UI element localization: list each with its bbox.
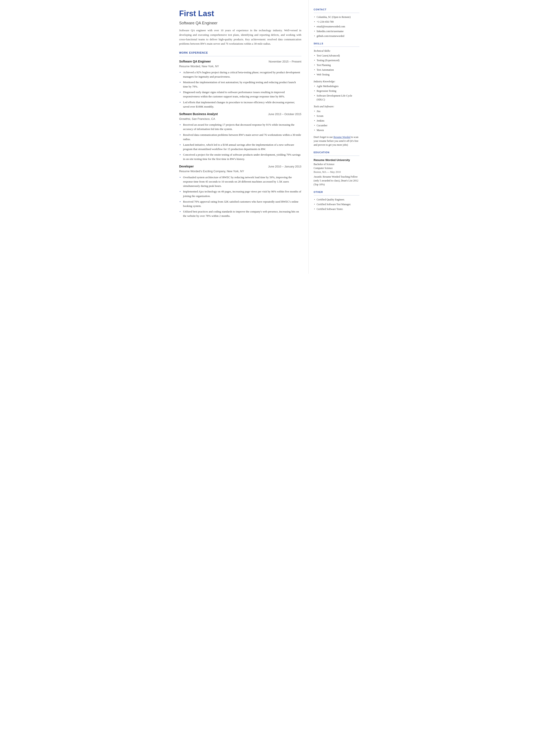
tools-label: Tools and Software: bbox=[314, 104, 359, 108]
contact-github: github.com/resumeworded bbox=[314, 34, 359, 38]
job-1-bullets: Achieved a 92% bugless project during a … bbox=[179, 70, 301, 109]
skill-regression: Regression Testing bbox=[314, 89, 359, 93]
job-3-bullets: Overhauled system architecture of RWEC b… bbox=[179, 175, 301, 218]
job-1-title: Software QA Engineer bbox=[179, 59, 211, 64]
left-column: First Last Software QA Engineer Software… bbox=[171, 0, 309, 274]
work-experience-section: WORK EXPERIENCE Software QA Engineer Nov… bbox=[179, 51, 301, 218]
job-1-header: Software QA Engineer November 2015 – Pre… bbox=[179, 59, 301, 64]
job-1-company: Resume Worded, New York, NY bbox=[179, 64, 301, 69]
edu-degree: Bachelor of Science bbox=[314, 162, 359, 166]
promo-text: Don't forget to use Resume Worded to sca… bbox=[314, 135, 359, 147]
education-divider bbox=[314, 155, 359, 156]
contact-email: email@resumeworded.com bbox=[314, 25, 359, 28]
skills-heading: SKILLS bbox=[314, 42, 359, 45]
job-1-bullet-2: Monitored the implementation of test aut… bbox=[179, 80, 301, 89]
skill-web-testing: Web Testing bbox=[314, 72, 359, 76]
education-section: EDUCATION Resume Worded University Bache… bbox=[314, 151, 359, 186]
edu-school: Resume Worded University bbox=[314, 158, 359, 162]
skill-jenkins: Jenkins bbox=[314, 119, 359, 123]
skill-test-cases: Test Cases(Advanced) bbox=[314, 54, 359, 58]
job-2-bullets: Received an award for completing 17 proj… bbox=[179, 123, 301, 161]
job-2-dates: June 2013 – October 2015 bbox=[268, 112, 301, 116]
job-1-dates: November 2015 – Present bbox=[269, 60, 301, 64]
cert-test-manager: Certified Software Test Manager. bbox=[314, 202, 359, 206]
job-3-bullet-3: Received 70% approval rating from 32K sa… bbox=[179, 200, 301, 208]
skill-testing: Testing (Experienced) bbox=[314, 58, 359, 62]
skill-scrum: Scrum bbox=[314, 114, 359, 118]
skill-agile: Agile Methodologies bbox=[314, 84, 359, 88]
job-1-bullet-3: Diagnosed early danger signs related to … bbox=[179, 90, 301, 99]
contact-list: Columbia, SC (Open to Remote) +1-234-456… bbox=[314, 15, 359, 38]
other-heading: OTHER bbox=[314, 190, 359, 194]
other-section: OTHER Certified Quality Engineer. Certif… bbox=[314, 190, 359, 211]
job-3: Developer June 2010 – January 2013 Resum… bbox=[179, 164, 301, 218]
right-column: CONTACT Columbia, SC (Open to Remote) +1… bbox=[309, 0, 365, 274]
contact-phone: +1-234-456-789 bbox=[314, 20, 359, 24]
education-heading: EDUCATION bbox=[314, 151, 359, 154]
job-3-bullet-1: Overhauled system architecture of RWEC b… bbox=[179, 175, 301, 188]
contact-location: Columbia, SC (Open to Remote) bbox=[314, 15, 359, 19]
edu-field: Computer Science bbox=[314, 166, 359, 170]
skill-cucumber: Cucumber bbox=[314, 124, 359, 127]
header: First Last Software QA Engineer Software… bbox=[179, 8, 301, 46]
promo-link[interactable]: Resume Worded bbox=[333, 136, 350, 139]
resume-page: First Last Software QA Engineer Software… bbox=[171, 0, 365, 274]
technical-label: Technical Skills: bbox=[314, 49, 359, 53]
contact-section: CONTACT Columbia, SC (Open to Remote) +1… bbox=[314, 8, 359, 38]
job-2-bullet-4: Conceived a project for the onsite testi… bbox=[179, 153, 301, 161]
job-1-bullet-1: Achieved a 92% bugless project during a … bbox=[179, 70, 301, 79]
job-3-bullet-2: Implemented Ajax technology on 49 pages,… bbox=[179, 189, 301, 198]
job-2-bullet-1: Received an award for completing 17 proj… bbox=[179, 123, 301, 131]
skill-jira: Jira bbox=[314, 109, 359, 113]
job-2-title: Software Business Analyst bbox=[179, 112, 218, 116]
job-3-company: Resume Worded's Exciting Company, New Yo… bbox=[179, 169, 301, 174]
technical-skills-list: Test Cases(Advanced) Testing (Experience… bbox=[314, 54, 359, 76]
skill-test-automation: Test Automation bbox=[314, 68, 359, 72]
job-2-company: Growthsi, San Francisco, CA bbox=[179, 117, 301, 121]
work-experience-divider bbox=[179, 56, 301, 56]
job-1-bullet-4: Led efforts that implemented changes in … bbox=[179, 100, 301, 109]
job-2-bullet-3: Launched initiative, which led to a $1M … bbox=[179, 143, 301, 151]
edu-awards: Awards: Resume Worded Teaching Fellow (o… bbox=[314, 175, 359, 186]
promo-pre: Don't forget to use bbox=[314, 136, 333, 139]
cert-tester: Certified Software Tester. bbox=[314, 207, 359, 211]
job-3-bullet-4: Utilized best practices and coding stand… bbox=[179, 210, 301, 218]
candidate-title: Software QA Engineer bbox=[179, 20, 301, 26]
skills-divider bbox=[314, 46, 359, 47]
skill-sdlc: Software Development Life Cycle (SDLC) bbox=[314, 94, 359, 101]
skill-test-planning: Test Planning bbox=[314, 63, 359, 67]
job-1: Software QA Engineer November 2015 – Pre… bbox=[179, 59, 301, 109]
work-experience-heading: WORK EXPERIENCE bbox=[179, 51, 301, 55]
job-3-header: Developer June 2010 – January 2013 bbox=[179, 164, 301, 169]
industry-skills-list: Agile Methodologies Regression Testing S… bbox=[314, 84, 359, 101]
cert-quality: Certified Quality Engineer. bbox=[314, 198, 359, 202]
job-3-dates: June 2010 – January 2013 bbox=[268, 164, 301, 169]
edu-location: Boston, MA — May 2010 bbox=[314, 170, 359, 174]
job-2: Software Business Analyst June 2013 – Oc… bbox=[179, 112, 301, 161]
candidate-summary: Software QA engineer with over 10 years … bbox=[179, 28, 301, 46]
job-2-header: Software Business Analyst June 2013 – Oc… bbox=[179, 112, 301, 116]
skill-maven: Maven bbox=[314, 128, 359, 132]
job-3-title: Developer bbox=[179, 164, 194, 169]
candidate-name: First Last bbox=[179, 8, 301, 19]
contact-linkedin: linkedin.com/in/username bbox=[314, 29, 359, 33]
other-list: Certified Quality Engineer. Certified So… bbox=[314, 198, 359, 211]
industry-label: Industry Knowledge: bbox=[314, 79, 359, 83]
tools-skills-list: Jira Scrum Jenkins Cucumber Maven bbox=[314, 109, 359, 132]
contact-heading: CONTACT bbox=[314, 8, 359, 12]
skills-section: SKILLS Technical Skills: Test Cases(Adva… bbox=[314, 42, 359, 147]
job-2-bullet-2: Resolved data communication problems bet… bbox=[179, 133, 301, 141]
